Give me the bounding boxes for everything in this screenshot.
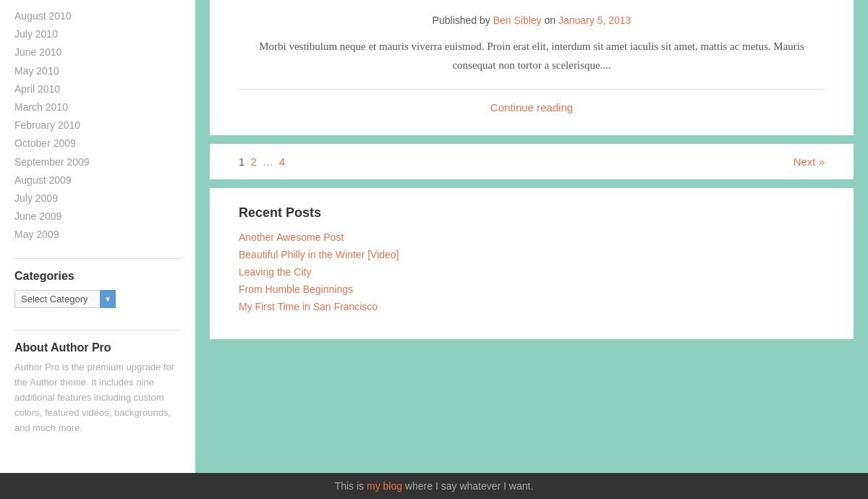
archive-item[interactable]: March 2010 [14,98,181,116]
recent-post-link-2[interactable]: Beautiful Philly in the Winter [Video] [239,249,399,260]
main-content: Published by Ben Sibley on January 5, 20… [195,0,868,499]
continue-reading-link[interactable]: Continue reading [239,101,825,114]
date-link[interactable]: January 5, 2013 [558,14,631,26]
footer-text-after: where I say whatever I want. [402,480,533,492]
sidebar: August 2010 July 2010 June 2010 May 2010… [0,0,195,499]
list-item[interactable]: Another Awesome Post [239,231,825,244]
categories-title: Categories [14,270,181,283]
archive-link-sep2009[interactable]: September 2009 [14,156,90,168]
archive-link-jul2009[interactable]: July 2009 [14,192,58,204]
recent-posts-list: Another Awesome Post Beautiful Philly in… [239,231,825,313]
article-body: Morbi vestibulum neque et mauris viverra… [239,38,825,74]
on-text: on [542,14,558,26]
list-item[interactable]: My First Time in San Francisco [239,300,825,313]
archive-link-jun2009[interactable]: June 2009 [14,210,61,222]
archive-item[interactable]: April 2010 [14,80,181,98]
archive-link-may2010[interactable]: May 2010 [14,65,59,77]
list-item[interactable]: Beautiful Philly in the Winter [Video] [239,248,825,261]
archive-link-aug2009[interactable]: August 2009 [14,174,72,186]
recent-post-link-1[interactable]: Another Awesome Post [239,231,344,243]
archive-item[interactable]: June 2010 [14,43,181,61]
list-item[interactable]: Leaving the City [239,265,825,278]
archive-item[interactable]: May 2010 [14,62,181,80]
about-title: About Author Pro [14,341,181,354]
published-prefix: Published by [433,14,493,26]
pagination-ellipsis: … [263,155,273,168]
archive-item[interactable]: August 2009 [14,171,181,189]
recent-post-link-4[interactable]: From Humble Beginnings [239,283,353,295]
article-divider [239,89,825,90]
next-page-link[interactable]: Next » [793,155,825,168]
page-2-link[interactable]: 2 [250,155,256,168]
article-card: Published by Ben Sibley on January 5, 20… [210,0,854,135]
pagination-card: 1 2 … 4 Next » [210,144,854,179]
page-1-current: 1 [239,155,244,168]
recent-posts-card: Recent Posts Another Awesome Post Beauti… [210,188,854,339]
pagination-numbers: 1 2 … 4 [239,155,285,168]
archive-link-aug2010[interactable]: August 2010 [14,10,72,22]
footer-text-before: This is [335,480,367,492]
list-item[interactable]: From Humble Beginnings [239,283,825,296]
page-4-link[interactable]: 4 [279,155,285,168]
archive-link-apr2010[interactable]: April 2010 [14,83,60,95]
archive-item[interactable]: June 2009 [14,208,181,226]
archive-link-jul2010[interactable]: July 2010 [14,28,58,40]
archive-list: August 2010 July 2010 June 2010 May 2010… [14,7,181,244]
article-meta: Published by Ben Sibley on January 5, 20… [239,14,825,26]
recent-posts-title: Recent Posts [239,205,825,221]
archive-link-jun2010[interactable]: June 2010 [14,46,61,58]
footer: This is my blog where I say whatever I w… [0,473,868,499]
archive-link-mar2010[interactable]: March 2010 [14,101,68,113]
divider-2 [14,330,181,330]
recent-post-link-5[interactable]: My First Time in San Francisco [239,301,378,312]
archive-link-may2009[interactable]: May 2009 [14,229,59,240]
category-select-wrapper[interactable]: Select Category [14,290,116,308]
archive-link-feb2010[interactable]: February 2010 [14,119,80,131]
archive-item[interactable]: July 2009 [14,189,181,208]
archive-item[interactable]: October 2009 [14,135,181,153]
footer-blog-link[interactable]: my blog [367,480,402,492]
archive-item[interactable]: July 2010 [14,25,181,43]
category-select[interactable]: Select Category [14,290,116,308]
author-link[interactable]: Ben Sibley [493,14,542,26]
archive-item[interactable]: May 2009 [14,226,181,244]
recent-post-link-3[interactable]: Leaving the City [239,266,311,278]
archive-item[interactable]: September 2009 [14,153,181,171]
divider-1 [14,258,181,259]
about-text: Author Pro is the premium upgrade for th… [14,360,181,435]
archive-link-oct2009[interactable]: October 2009 [14,137,76,149]
archive-item[interactable]: August 2010 [14,7,181,25]
archive-item[interactable]: February 2010 [14,116,181,135]
